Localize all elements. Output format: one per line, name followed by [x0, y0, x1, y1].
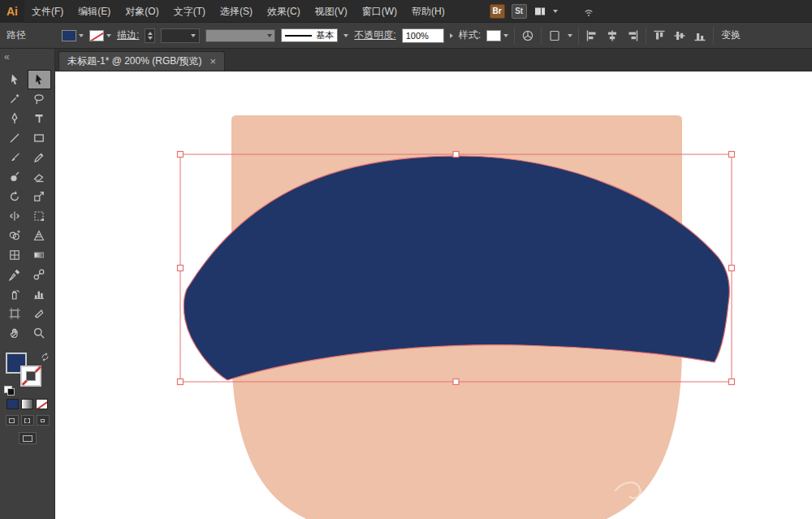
stroke-caret-icon: [106, 34, 111, 37]
direct-selection-tool[interactable]: [28, 70, 51, 89]
toolbar-stroke-swatch[interactable]: [20, 365, 41, 387]
default-fill-stroke-icon[interactable]: [4, 386, 12, 393]
opacity-panel-arrow-icon[interactable]: [450, 33, 453, 38]
pencil-tool[interactable]: [28, 148, 51, 167]
bridge-button[interactable]: Br: [490, 4, 505, 19]
panel-collapse-button[interactable]: «: [0, 49, 54, 70]
menu-edit[interactable]: 编辑(E): [71, 0, 118, 23]
stroke-color-dropdown[interactable]: [89, 30, 111, 41]
control-bar: 路径 描边: 基本 不透明度: 样式:: [0, 23, 812, 49]
artwork-layer: [55, 71, 812, 519]
document-tab-title: 未标题-1* @ 200% (RGB/预览): [67, 54, 202, 68]
shape-builder-tool[interactable]: [3, 226, 27, 245]
paintbrush-tool[interactable]: [3, 148, 27, 167]
eraser-tool[interactable]: [28, 167, 51, 187]
rotate-tool[interactable]: [3, 187, 27, 206]
menu-view[interactable]: 视图(V): [308, 0, 355, 23]
blob-brush-tool[interactable]: [3, 167, 27, 187]
stroke-hole: [26, 371, 36, 381]
magic-wand-tool[interactable]: [3, 89, 27, 109]
screen-mode-button[interactable]: [19, 432, 37, 444]
drawing-mode-buttons: [0, 415, 54, 426]
color-mode-buttons: [0, 399, 54, 409]
width-tool[interactable]: [3, 206, 27, 226]
document-options-button[interactable]: [547, 28, 562, 43]
document-area: 未标题-1* @ 200% (RGB/预览) ×: [55, 49, 812, 519]
selection-tool[interactable]: [3, 70, 27, 89]
menu-object[interactable]: 对象(O): [118, 0, 166, 23]
menu-window[interactable]: 窗口(W): [355, 0, 404, 23]
artboard-canvas[interactable]: [55, 71, 812, 519]
hand-tool[interactable]: [3, 323, 27, 343]
perspective-grid-tool[interactable]: [28, 226, 51, 245]
fill-color-swatch[interactable]: [62, 30, 76, 41]
draw-behind-button[interactable]: [21, 415, 34, 426]
cs-live-icon[interactable]: [582, 5, 595, 18]
fill-caret-icon: [79, 34, 84, 37]
align-middle-button[interactable]: [672, 28, 687, 43]
brush-name-label: 基本: [316, 29, 334, 41]
style-dropdown[interactable]: [486, 30, 508, 41]
menu-file[interactable]: 文件(F): [24, 0, 71, 23]
opacity-label[interactable]: 不透明度:: [354, 28, 395, 42]
stepper-down-icon[interactable]: [148, 37, 153, 40]
lasso-tool[interactable]: [28, 89, 51, 109]
workspace-caret-icon[interactable]: [553, 10, 558, 13]
artboard-tool[interactable]: [3, 304, 27, 323]
style-swatch[interactable]: [486, 30, 501, 41]
line-segment-tool[interactable]: [3, 128, 27, 148]
align-bottom-button[interactable]: [693, 28, 707, 43]
stroke-color-swatch[interactable]: [89, 30, 104, 41]
stepper-up-icon[interactable]: [148, 32, 153, 35]
menu-effect[interactable]: 效果(C): [260, 0, 308, 23]
opacity-input[interactable]: [402, 28, 444, 43]
none-button[interactable]: [36, 399, 48, 409]
tab-close-button[interactable]: ×: [210, 56, 217, 67]
free-transform-tool[interactable]: [28, 206, 51, 226]
stock-button[interactable]: St: [512, 4, 527, 19]
document-tab[interactable]: 未标题-1* @ 200% (RGB/预览) ×: [58, 51, 225, 71]
align-center-button[interactable]: [605, 28, 620, 43]
menu-help[interactable]: 帮助(H): [404, 0, 452, 23]
pen-tool[interactable]: [3, 109, 27, 128]
gradient-button[interactable]: [21, 399, 33, 409]
symbol-sprayer-tool[interactable]: [3, 284, 27, 304]
type-tool[interactable]: [28, 109, 51, 128]
menu-bar: Ai 文件(F) 编辑(E) 对象(O) 文字(T) 选择(S) 效果(C) 视…: [0, 0, 812, 23]
align-right-button[interactable]: [625, 28, 640, 43]
rectangle-tool[interactable]: [28, 128, 51, 148]
color-button[interactable]: [6, 399, 19, 409]
brush-definition-dropdown[interactable]: 基本: [281, 28, 338, 42]
separator: [541, 27, 542, 45]
workspace-switcher-icon[interactable]: [533, 5, 546, 18]
separator: [578, 27, 579, 45]
separator: [514, 27, 515, 45]
profile-caret-icon: [267, 34, 272, 37]
mesh-tool[interactable]: [3, 245, 27, 265]
column-graph-tool[interactable]: [28, 284, 51, 304]
menu-select[interactable]: 选择(S): [213, 0, 260, 23]
brush-caret-icon[interactable]: [343, 34, 348, 37]
document-options-caret-icon[interactable]: [568, 34, 572, 37]
scale-tool[interactable]: [28, 187, 51, 206]
recolor-artwork-button[interactable]: [520, 28, 535, 43]
eyedropper-tool[interactable]: [3, 265, 27, 284]
draw-inside-button[interactable]: [37, 415, 50, 426]
zoom-tool[interactable]: [28, 323, 51, 343]
stroke-weight-combo[interactable]: [161, 28, 200, 43]
slice-tool[interactable]: [28, 304, 51, 323]
align-top-button[interactable]: [652, 28, 667, 43]
draw-normal-button[interactable]: [6, 415, 19, 426]
gradient-tool[interactable]: [28, 245, 51, 265]
blend-tool[interactable]: [28, 265, 51, 284]
brush-stroke-preview: [285, 35, 312, 37]
align-left-button[interactable]: [585, 28, 599, 43]
stroke-weight-label[interactable]: 描边:: [117, 28, 139, 42]
swap-fill-stroke-icon[interactable]: [41, 352, 50, 361]
separator: [646, 27, 646, 45]
transform-panel-label[interactable]: 变换: [721, 28, 741, 42]
fill-color-dropdown[interactable]: [62, 30, 84, 41]
stroke-weight-stepper[interactable]: [145, 28, 155, 43]
width-profile-dropdown[interactable]: [205, 29, 275, 42]
menu-type[interactable]: 文字(T): [166, 0, 213, 23]
